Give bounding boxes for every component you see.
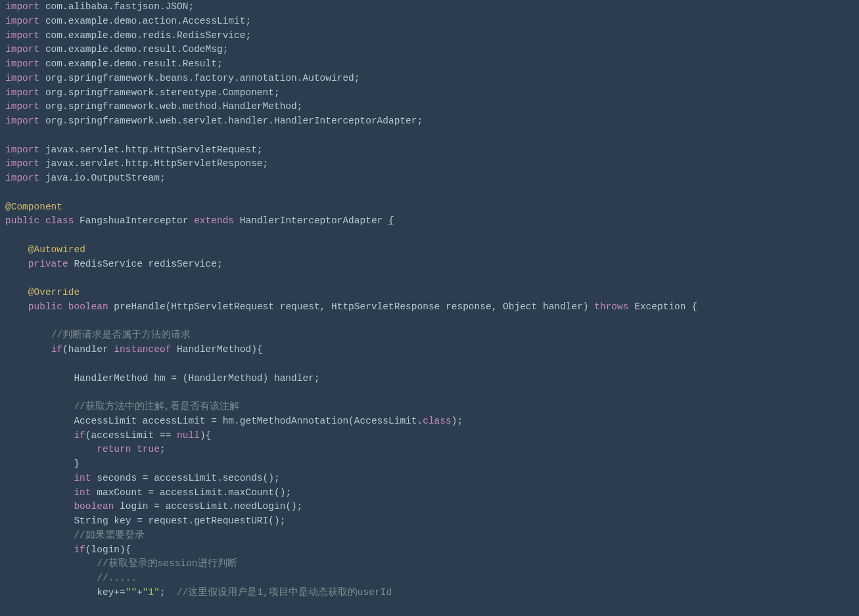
code-editor: import com.alibaba.fastjson.JSON; import…: [0, 0, 859, 600]
